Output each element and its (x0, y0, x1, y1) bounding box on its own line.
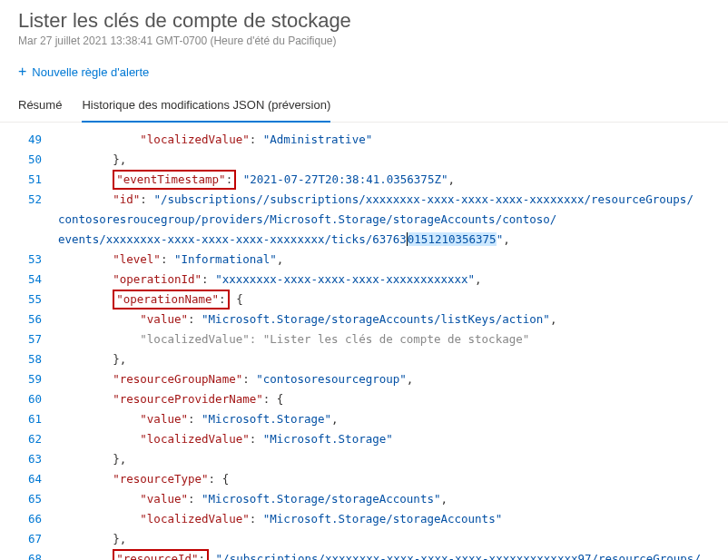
tabs: Résumé Historique des modifications JSON… (0, 91, 728, 123)
line-number: 56 (0, 309, 58, 329)
line-number: 53 (0, 250, 58, 270)
line-number: 65 (0, 489, 58, 509)
plus-icon: + (18, 64, 26, 79)
code-line: 57 "localizedValue": "Lister les clés de… (0, 329, 728, 349)
new-alert-rule-label: Nouvelle règle d'alerte (32, 65, 149, 79)
line-number: 57 (0, 329, 58, 349)
line-number: 51 (0, 170, 58, 190)
line-number: 54 (0, 270, 58, 290)
json-viewer[interactable]: 49 "localizedValue": "Administrative"50 … (0, 123, 728, 560)
code-line: 61 "value": "Microsoft.Storage", (0, 409, 728, 429)
code-content: "localizedValue": "Lister les clés de co… (58, 329, 728, 349)
tab-summary[interactable]: Résumé (18, 91, 62, 122)
code-content: "localizedValue": "Administrative" (58, 130, 728, 150)
code-content: "value": "Microsoft.Storage/storageAccou… (58, 309, 728, 329)
line-number: 67 (0, 529, 58, 549)
code-content: }, (58, 150, 728, 170)
code-content: }, (58, 449, 728, 469)
code-content: "level": "Informational", (58, 250, 728, 270)
code-line: 58 }, (0, 349, 728, 369)
code-content: "eventTimestamp": "2021-07-27T20:38:41.0… (58, 170, 728, 190)
code-line: 67 }, (0, 529, 728, 549)
line-number: 68 (0, 549, 58, 560)
code-line: 54 "operationId": "xxxxxxxx-xxxx-xxxx-xx… (0, 270, 728, 290)
code-content: "resourceGroupName": "contosoresourcegro… (58, 369, 728, 389)
code-content: "resourceType": { (58, 469, 728, 489)
code-line: 59 "resourceGroupName": "contosoresource… (0, 369, 728, 389)
line-number: 62 (0, 429, 58, 449)
code-line: 63 }, (0, 449, 728, 469)
code-line: 66 "localizedValue": "Microsoft.Storage/… (0, 509, 728, 529)
code-content: "resourceProviderName": { (58, 389, 728, 409)
line-number: 59 (0, 369, 58, 389)
code-line: 50 }, (0, 150, 728, 170)
code-line: 65 "value": "Microsoft.Storage/storageAc… (0, 489, 728, 509)
code-content: "operationName": { (58, 290, 728, 309)
code-content: "resourceId": "/subscriptions/xxxxxxxx-x… (58, 549, 728, 560)
code-line: 68 "resourceId": "/subscriptions/xxxxxxx… (0, 549, 728, 560)
code-line: 52 "id": "/subscriptions//subscriptions/… (0, 190, 728, 250)
line-number: 55 (0, 290, 58, 309)
page-subtitle: Mar 27 juillet 2021 13:38:41 GMT-0700 (H… (18, 34, 710, 47)
line-number: 50 (0, 150, 58, 170)
code-content: "value": "Microsoft.Storage/storageAccou… (58, 489, 728, 509)
code-content: "id": "/subscriptions//subscriptions/xxx… (58, 190, 728, 250)
code-content: "localizedValue": "Microsoft.Storage" (58, 429, 728, 449)
line-number: 66 (0, 509, 58, 529)
code-line: 64 "resourceType": { (0, 469, 728, 489)
code-line: 62 "localizedValue": "Microsoft.Storage" (0, 429, 728, 449)
tab-json-history[interactable]: Historique des modifications JSON (préve… (82, 91, 330, 123)
code-content: "localizedValue": "Microsoft.Storage/sto… (58, 509, 728, 529)
line-number: 64 (0, 469, 58, 489)
toolbar: + Nouvelle règle d'alerte (0, 47, 728, 91)
code-line: 53 "level": "Informational", (0, 250, 728, 270)
line-number: 49 (0, 130, 58, 150)
page-header: Lister les clés de compte de stockage Ma… (0, 0, 728, 47)
code-content: "operationId": "xxxxxxxx-xxxx-xxxx-xxxx-… (58, 270, 728, 290)
line-number: 52 (0, 190, 58, 210)
line-number: 63 (0, 449, 58, 469)
code-line: 60 "resourceProviderName": { (0, 389, 728, 409)
code-line: 56 "value": "Microsoft.Storage/storageAc… (0, 309, 728, 329)
code-line: 55 "operationName": { (0, 290, 728, 309)
new-alert-rule-button[interactable]: + Nouvelle règle d'alerte (18, 64, 149, 79)
page-title: Lister les clés de compte de stockage (18, 9, 710, 33)
line-number: 58 (0, 349, 58, 369)
code-content: }, (58, 349, 728, 369)
code-content: "value": "Microsoft.Storage", (58, 409, 728, 429)
code-content: }, (58, 529, 728, 549)
line-number: 60 (0, 389, 58, 409)
code-line: 51 "eventTimestamp": "2021-07-27T20:38:4… (0, 170, 728, 190)
line-number: 61 (0, 409, 58, 429)
code-line: 49 "localizedValue": "Administrative" (0, 130, 728, 150)
